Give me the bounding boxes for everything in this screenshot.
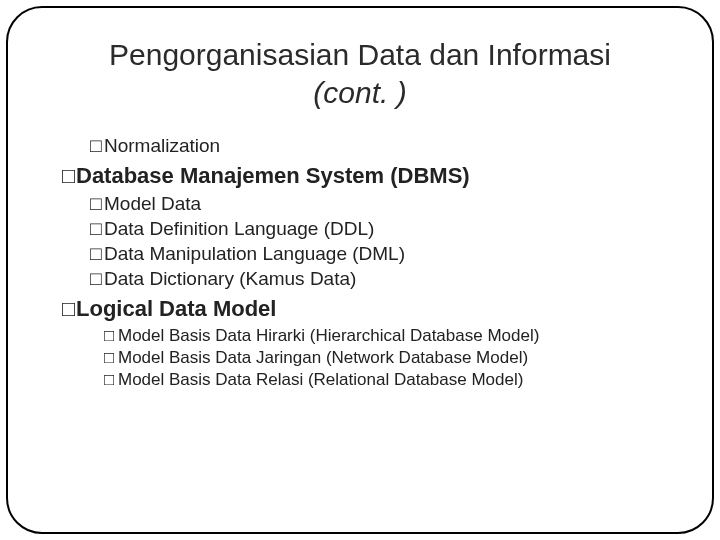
ldm-group: □ Logical Data Model □ Model Basis Data …	[50, 296, 670, 390]
bullet-text: Data Manipulation Language (DML)	[104, 243, 405, 265]
square-bullet-icon: □	[90, 193, 104, 215]
square-bullet-icon: □	[62, 296, 76, 322]
title-line-1: Pengorganisasian Data dan Informasi	[109, 38, 611, 71]
bullet-normalization: □ Normalization	[90, 135, 670, 157]
bullet-text: Model Basis Data Hirarki (Hierarchical D…	[118, 326, 539, 346]
bullet-dml: □ Data Manipulation Language (DML)	[90, 243, 670, 265]
heading-text: Logical Data Model	[76, 296, 276, 322]
square-bullet-icon: □	[90, 268, 104, 290]
bullet-text: Data Definition Language (DDL)	[104, 218, 374, 240]
heading-dbms: □ Database Manajemen System (DBMS)	[62, 163, 670, 189]
dbms-group: □ Database Manajemen System (DBMS) □ Mod…	[50, 163, 670, 290]
square-bullet-icon: □	[90, 135, 104, 157]
heading-ldm: □ Logical Data Model	[62, 296, 670, 322]
bullet-model-data: □ Model Data	[90, 193, 670, 215]
bullet-data-dictionary: □ Data Dictionary (Kamus Data)	[90, 268, 670, 290]
bullet-text: Normalization	[104, 135, 220, 157]
orphan-group: □ Normalization	[50, 135, 670, 157]
bullet-text: Data Dictionary (Kamus Data)	[104, 268, 356, 290]
bullet-ddl: □ Data Definition Language (DDL)	[90, 218, 670, 240]
heading-text: Database Manajemen System (DBMS)	[76, 163, 470, 189]
bullet-text: Model Basis Data Relasi (Relational Data…	[118, 370, 523, 390]
square-bullet-icon: □	[62, 163, 76, 189]
bullet-relational: □ Model Basis Data Relasi (Relational Da…	[104, 370, 670, 390]
title-line-2: (cont. )	[313, 76, 406, 109]
square-bullet-icon: □	[104, 348, 118, 368]
square-bullet-icon: □	[90, 218, 104, 240]
bullet-text: Model Basis Data Jaringan (Network Datab…	[118, 348, 528, 368]
bullet-network: □ Model Basis Data Jaringan (Network Dat…	[104, 348, 670, 368]
bullet-text: Model Data	[104, 193, 201, 215]
slide-title: Pengorganisasian Data dan Informasi (con…	[50, 36, 670, 111]
square-bullet-icon: □	[90, 243, 104, 265]
square-bullet-icon: □	[104, 370, 118, 390]
slide-content: Pengorganisasian Data dan Informasi (con…	[0, 0, 720, 540]
square-bullet-icon: □	[104, 326, 118, 346]
bullet-hierarchical: □ Model Basis Data Hirarki (Hierarchical…	[104, 326, 670, 346]
